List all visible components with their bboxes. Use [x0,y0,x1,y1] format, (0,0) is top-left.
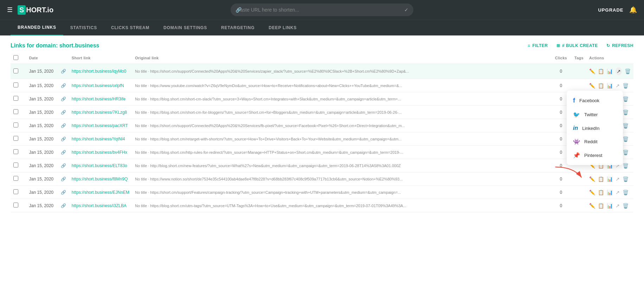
chart-icon-8[interactable]: 📊 [607,176,613,182]
bulk-create-button[interactable]: ⊞ # BULK CREATE [556,43,598,48]
copy-icon-9[interactable]: 📋 [598,190,604,195]
chart-icon-0[interactable]: 📊 [607,68,613,74]
table-row: Jan 15, 2020 🔗 https://short.business/EJ… [11,186,633,199]
delete-icon-6[interactable]: 🗑️ [623,150,629,155]
share-icon-1[interactable]: ↗ [616,83,620,88]
url-input[interactable] [231,4,413,16]
share-pinterest[interactable]: 📌 Pinterest [567,149,623,162]
row-original-5: No title · https://blog.short.cm/retarge… [132,132,550,146]
upgrade-button[interactable]: UPGRADE [598,7,623,13]
short-link-anchor-8[interactable]: https://short.business/f8Mn9Q [72,177,128,182]
select-all-checkbox[interactable] [13,55,18,60]
row-checkbox-6[interactable] [13,149,18,154]
row-checkbox-1[interactable] [13,83,18,87]
edit-icon-0[interactable]: ✏️ [589,68,595,74]
row-checkbox-9[interactable] [13,189,18,194]
share-icon-0[interactable]: ↗ [616,67,622,75]
edit-icon-8[interactable]: ✏️ [589,176,595,182]
delete-icon-1[interactable]: 🗑️ [623,83,629,88]
row-link-icon-6: 🔗 [58,146,69,159]
share-icon-9[interactable]: ↗ [616,190,620,195]
row-short-link-4: https://short.business/pacXRT [69,119,132,132]
row-checkbox-7[interactable] [13,163,18,167]
subnav-item-clicks-stream[interactable]: CLICKS STREAM [104,20,156,35]
short-link-anchor-3[interactable]: https://short.business/7KLzg8 [72,110,127,115]
share-icon-8[interactable]: ↗ [616,176,620,182]
short-link-anchor-9[interactable]: https://short.business/EJNnEM [72,190,129,195]
row-clicks-8: 0 [550,172,572,186]
copy-icon-8[interactable]: 📋 [598,176,604,182]
chart-icon-1[interactable]: 📊 [607,83,613,88]
short-link-anchor-7[interactable]: https://short.business/ELT83o [72,163,127,168]
link-icon: 🔗 [236,7,242,13]
copy-icon-10[interactable]: 📋 [598,203,604,209]
row-short-link-7: https://short.business/ELT83o [69,159,132,172]
share-reddit[interactable]: 👾 Reddit [567,135,623,149]
short-link-anchor-4[interactable]: https://short.business/pacXRT [72,123,128,128]
copy-icon-1[interactable]: 📋 [598,83,604,88]
row-original-1: No title · https://www.youtube.com/watch… [132,79,550,92]
row-original-8: No title · https://www.notion.so/short/d… [132,172,550,186]
short-link-anchor-5[interactable]: https://short.business/YqtNl4 [72,137,125,141]
refresh-label: REFRESH [612,43,633,48]
row-date-8: Jan 15, 2020 [26,172,58,186]
delete-icon-10[interactable]: 🗑️ [623,203,629,209]
row-checkbox-10[interactable] [13,203,18,207]
short-link-anchor-6[interactable]: https://short.business/bv4FHx [72,150,127,155]
row-link-icon-2: 🔗 [58,92,69,106]
subnav-item-deep-links[interactable]: DEEP LINKS [262,20,304,35]
links-table-wrap: Date Short link Original link Clicks Tag… [0,52,644,212]
chart-icon-10[interactable]: 📊 [607,203,613,209]
delete-icon-2[interactable]: 🗑️ [623,96,629,102]
delete-icon-9[interactable]: 🗑️ [623,190,629,195]
row-checkbox-2[interactable] [13,96,18,101]
row-short-link-1: https://short.business/orlpfN [69,79,132,92]
logo-s: S [18,5,26,15]
short-link-anchor-1[interactable]: https://short.business/orlpfN [72,83,124,88]
share-twitter[interactable]: 🐦 Twitter [567,108,623,121]
notification-bell-icon[interactable]: 🔔 [629,6,637,14]
row-checkbox-4[interactable] [13,123,18,127]
share-facebook[interactable]: f Facebook [567,93,623,108]
subnav-item-retargeting[interactable]: RETARGETING [214,20,262,35]
row-checkbox-5[interactable] [13,136,18,141]
share-icon-10[interactable]: ↗ [616,203,620,209]
row-date-4: Jan 15, 2020 [26,119,58,132]
subnav-item-statistics[interactable]: STATISTICS [63,20,104,35]
chart-icon-9[interactable]: 📊 [607,190,613,195]
short-link-anchor-10[interactable]: https://short.business/i3ZLBA [72,203,127,208]
edit-icon-9[interactable]: ✏️ [589,190,595,195]
row-tags-8 [572,172,586,186]
row-date-1: Jan 15, 2020 [26,79,58,92]
row-checkbox-3[interactable] [13,109,18,114]
delete-icon-7[interactable]: 🗑️ [623,163,629,169]
domain-name: short.business [59,42,99,48]
share-linkedin[interactable]: in LinkedIn [567,121,623,135]
edit-icon-1[interactable]: ✏️ [589,83,595,88]
row-date-9: Jan 15, 2020 [26,186,58,199]
subnav-item-domain-settings[interactable]: DOMAIN SETTINGS [156,20,214,35]
topbar-right: UPGRADE 🔔 [598,6,637,14]
refresh-button[interactable]: ↻ REFRESH [606,43,633,48]
copy-icon-0[interactable]: 📋 [598,68,604,74]
row-original-0: No title · https://short.cm/support/Conn… [132,64,550,79]
edit-icon-10[interactable]: ✏️ [589,203,595,209]
row-link-icon-10: 🔗 [58,199,69,212]
delete-icon-5[interactable]: 🗑️ [623,136,629,142]
menu-icon[interactable]: ☰ [7,6,13,14]
delete-icon-0[interactable]: 🗑️ [625,68,631,74]
delete-icon-4[interactable]: 🗑️ [623,123,629,128]
table-row: Jan 15, 2020 🔗 https://short.business/or… [11,79,633,92]
row-checkbox-0[interactable] [13,68,18,73]
delete-icon-8[interactable]: 🗑️ [623,176,629,182]
filter-button[interactable]: ≡ FILTER [528,43,548,48]
short-link-anchor-2[interactable]: https://short.business/HR3ife [72,97,125,101]
col-header-actions: Actions [586,52,633,64]
table-row: Jan 15, 2020 🔗 https://short.business/lq… [11,64,633,79]
subnav-item-branded-links[interactable]: BRANDED LINKS [11,20,63,35]
row-checkbox-8[interactable] [13,176,18,181]
row-date-2: Jan 15, 2020 [26,92,58,106]
delete-icon-3[interactable]: 🗑️ [623,110,629,115]
short-link-anchor-0[interactable]: https://short.business/lqyMo0 [72,69,126,74]
col-header-clicks: Clicks [550,52,572,64]
